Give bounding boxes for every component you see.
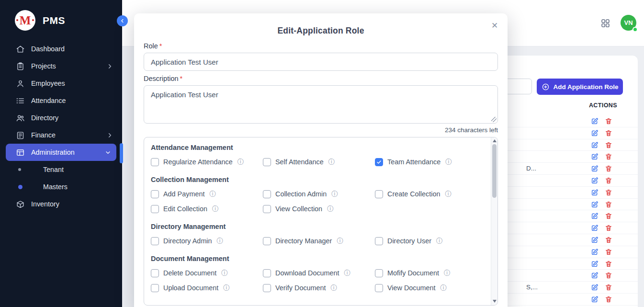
edit-application-role-modal: Edit-Application Role ✕ Role* Descriptio… [134, 13, 508, 307]
employees-icon [16, 79, 25, 88]
edit-icon[interactable] [591, 296, 599, 303]
row-text-fragment: D... [526, 165, 536, 172]
row-actions [591, 224, 612, 232]
sidebar-item-finance[interactable]: Finance [0, 126, 122, 144]
delete-icon[interactable] [605, 153, 612, 160]
checkbox-unchecked[interactable] [263, 190, 271, 198]
delete-icon[interactable] [605, 296, 612, 303]
checkbox-unchecked[interactable] [375, 237, 383, 245]
delete-icon[interactable] [605, 129, 612, 137]
permission-self-attendance[interactable]: Self Attendanceⓘ [263, 158, 375, 166]
scroll-up-arrow-icon[interactable] [493, 139, 497, 142]
checkbox-unchecked[interactable] [263, 284, 271, 292]
permission-grid: Regularize AttendanceⓘSelf AttendanceⓘTe… [151, 158, 487, 166]
checkbox-unchecked[interactable] [375, 284, 383, 292]
checkbox-unchecked[interactable] [375, 190, 383, 198]
checkbox-checked[interactable] [375, 158, 383, 166]
permission-team-attendance[interactable]: Team Attendanceⓘ [375, 158, 487, 166]
info-icon: ⓘ [337, 237, 343, 245]
permission-mofify-document[interactable]: Mofify Documentⓘ [375, 269, 487, 277]
checkbox-unchecked[interactable] [151, 190, 159, 198]
edit-icon[interactable] [591, 117, 599, 125]
description-textarea[interactable]: Application Test User [144, 85, 498, 124]
sidebar-collapse-button[interactable] [117, 15, 128, 26]
delete-icon[interactable] [605, 260, 612, 268]
edit-icon[interactable] [591, 165, 599, 172]
checkbox-unchecked[interactable] [263, 158, 271, 166]
checkbox-unchecked[interactable] [263, 205, 271, 213]
delete-icon[interactable] [605, 248, 612, 256]
delete-icon[interactable] [605, 236, 612, 244]
sidebar-item-attendance[interactable]: Attendance [0, 92, 122, 109]
role-input[interactable] [144, 53, 498, 71]
checkbox-unchecked[interactable] [151, 158, 159, 166]
checkbox-unchecked[interactable] [151, 237, 159, 245]
sidebar-item-directory[interactable]: Directory [0, 109, 122, 126]
sidebar-item-administration[interactable]: Administration [6, 144, 116, 161]
permission-directory-user[interactable]: Directory Userⓘ [375, 237, 487, 245]
permission-directory-admin[interactable]: Directory Adminⓘ [151, 237, 263, 245]
checkbox-unchecked[interactable] [263, 269, 271, 277]
close-icon[interactable]: ✕ [488, 19, 501, 32]
permission-collection-admin[interactable]: Collection Adminⓘ [263, 190, 375, 198]
delete-icon[interactable] [605, 272, 612, 279]
edit-icon[interactable] [591, 153, 599, 160]
scrollbar-thumb[interactable] [492, 144, 497, 198]
permission-create-collection[interactable]: Create Collectionⓘ [375, 190, 487, 198]
edit-icon[interactable] [591, 284, 599, 291]
sidebar-item-masters[interactable]: Masters [0, 178, 122, 195]
sidebar-item-dashboard[interactable]: Dashboard [0, 40, 122, 57]
checkbox-unchecked[interactable] [151, 205, 159, 213]
scroll-down-arrow-icon[interactable] [493, 300, 497, 303]
administration-icon [16, 148, 25, 157]
permission-upload-document[interactable]: Upload Documentⓘ [151, 284, 263, 292]
edit-icon[interactable] [591, 189, 599, 196]
permission-regularize-attendance[interactable]: Regularize Attendanceⓘ [151, 158, 263, 166]
delete-icon[interactable] [605, 177, 612, 184]
edit-icon[interactable] [591, 212, 599, 220]
permission-view-document[interactable]: View Documentⓘ [375, 284, 487, 292]
permission-view-collection[interactable]: View Collectionⓘ [263, 205, 375, 213]
permission-grid: Delete DocumentⓘDownload DocumentⓘMofify… [151, 269, 487, 292]
permissions-panel: Attendance ManagementRegularize Attendan… [144, 137, 498, 306]
checkbox-unchecked[interactable] [151, 269, 159, 277]
permission-directory-manager[interactable]: Directory Managerⓘ [263, 237, 375, 245]
edit-icon[interactable] [591, 141, 599, 149]
sidebar-item-projects[interactable]: Projects [0, 57, 122, 75]
edit-icon[interactable] [591, 248, 599, 256]
delete-icon[interactable] [605, 141, 612, 149]
edit-icon[interactable] [591, 272, 599, 279]
resize-handle[interactable] [491, 117, 497, 122]
delete-icon[interactable] [605, 117, 612, 125]
edit-icon[interactable] [591, 260, 599, 268]
checkbox-unchecked[interactable] [375, 269, 383, 277]
checkbox-unchecked[interactable] [263, 237, 271, 245]
sidebar-item-employees[interactable]: Employees [0, 75, 122, 92]
section-title-collection-management: Collection Management [151, 176, 487, 183]
permission-add-payment[interactable]: Add Paymentⓘ [151, 190, 263, 198]
edit-icon[interactable] [591, 236, 599, 244]
permission-verify-document[interactable]: Verify Documentⓘ [263, 284, 375, 292]
edit-icon[interactable] [591, 224, 599, 232]
delete-icon[interactable] [605, 189, 612, 196]
delete-icon[interactable] [605, 201, 612, 208]
sidebar-item-inventory[interactable]: Inventory [0, 195, 122, 213]
edit-icon[interactable] [591, 201, 599, 208]
checkbox-unchecked[interactable] [151, 284, 159, 292]
permission-edit-collection[interactable]: Edit Collectionⓘ [151, 205, 263, 213]
logo: M PMS [0, 0, 122, 39]
apps-grid-icon[interactable] [600, 18, 610, 28]
delete-icon[interactable] [605, 165, 612, 172]
add-application-role-button[interactable]: Add Application Role [537, 79, 623, 95]
edit-icon[interactable] [591, 129, 599, 137]
permission-download-document[interactable]: Download Documentⓘ [263, 269, 375, 277]
delete-icon[interactable] [605, 212, 612, 220]
edit-icon[interactable] [591, 177, 599, 184]
row-actions [591, 189, 612, 196]
sidebar-item-tenant[interactable]: Tenant [0, 161, 122, 178]
delete-icon[interactable] [605, 224, 612, 232]
permissions-scrollbar[interactable] [491, 137, 497, 305]
delete-icon[interactable] [605, 284, 612, 291]
permission-label: Verify Document [275, 284, 326, 292]
permission-delete-document[interactable]: Delete Documentⓘ [151, 269, 263, 277]
